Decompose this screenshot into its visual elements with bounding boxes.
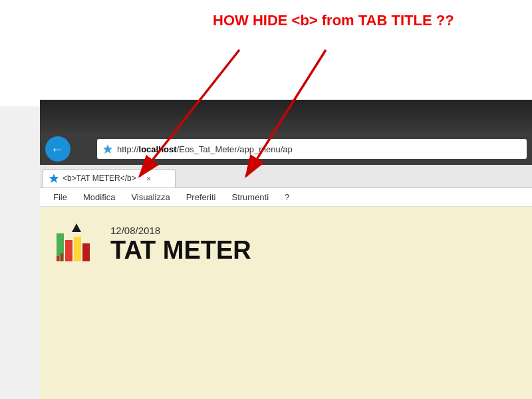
browser-dark-bar — [40, 100, 532, 133]
browser-toolbar: ← http://localhost/Eos_Tat_Meter/app_men… — [40, 133, 532, 165]
address-protocol: http:// — [117, 144, 139, 154]
svg-rect-7 — [65, 240, 72, 261]
annotation-area: HOW HIDE <b> from TAB TITLE ?? — [0, 0, 532, 106]
page-content: 12/08/2018 TAT METER — [40, 207, 532, 399]
app-main-title: TAT METER — [110, 237, 251, 263]
annotation-text: HOW HIDE <b> from TAB TITLE ?? — [213, 12, 454, 29]
menu-visualizza[interactable]: Visualizza — [123, 190, 178, 205]
back-button[interactable]: ← — [45, 136, 70, 162]
address-bar[interactable]: http://localhost/Eos_Tat_Meter/app_menu/… — [97, 139, 527, 159]
menu-bar: File Modifica Visualizza Preferiti Strum… — [40, 188, 532, 207]
svg-rect-11 — [61, 253, 63, 261]
menu-modifica[interactable]: Modifica — [75, 190, 123, 205]
menu-strumenti[interactable]: Strumenti — [223, 190, 277, 205]
forward-area — [76, 141, 92, 157]
app-logo — [53, 220, 100, 267]
svg-marker-3 — [103, 144, 112, 154]
tab-bar: <b>TAT METER</b> × — [40, 165, 532, 188]
app-title-area: 12/08/2018 TAT METER — [110, 225, 251, 263]
svg-marker-4 — [49, 174, 59, 183]
address-text: http://localhost/Eos_Tat_Meter/app_menu/… — [117, 144, 293, 154]
address-path: /Eos_Tat_Meter/app_menu/ap — [177, 144, 293, 154]
tab-favicon-icon — [49, 173, 59, 184]
active-tab[interactable]: <b>TAT METER</b> × — [43, 169, 176, 188]
menu-preferiti[interactable]: Preferiti — [178, 190, 224, 205]
tab-title-text: <b>TAT METER</b> — [63, 174, 136, 183]
svg-rect-9 — [82, 243, 90, 261]
svg-rect-10 — [57, 256, 59, 261]
svg-rect-8 — [74, 237, 81, 261]
address-host: localhost — [139, 144, 177, 154]
tab-close-button[interactable]: × — [145, 174, 153, 184]
page-header: 12/08/2018 TAT METER — [53, 220, 519, 267]
menu-help[interactable]: ? — [277, 190, 297, 205]
app-date: 12/08/2018 — [110, 225, 251, 236]
site-favicon — [102, 144, 113, 154]
menu-file[interactable]: File — [45, 190, 75, 205]
back-arrow-icon: ← — [51, 142, 64, 157]
